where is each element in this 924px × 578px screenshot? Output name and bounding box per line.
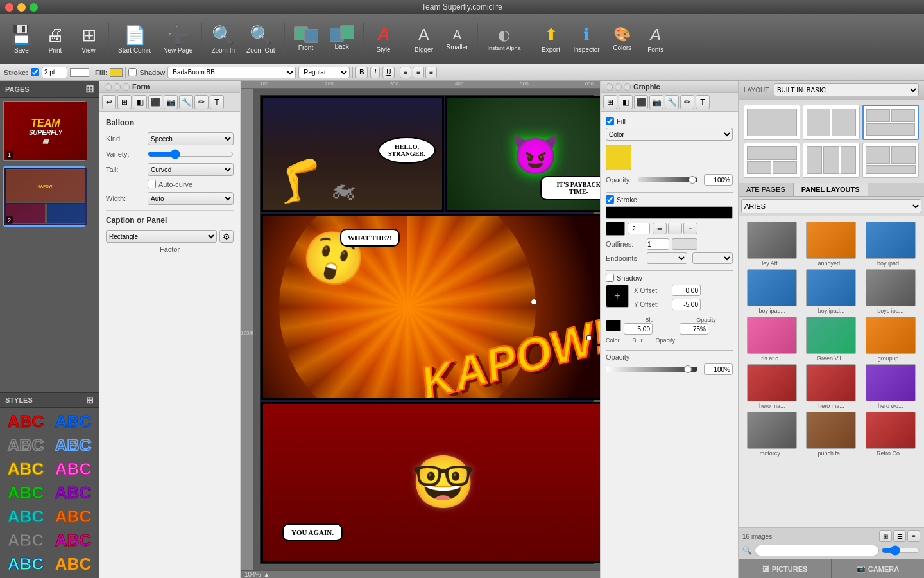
tab-ate-pages[interactable]: ATE PAGES	[739, 183, 794, 196]
auto-curve-checkbox[interactable]	[148, 180, 156, 188]
align-left-button[interactable]: ≡	[400, 67, 411, 78]
panel-close-btn[interactable]	[105, 83, 112, 91]
y-offset-input[interactable]	[672, 299, 701, 310]
panel-min-btn[interactable]	[114, 83, 121, 91]
stroke-color-swatch-2[interactable]	[606, 222, 625, 236]
shadow-checkbox[interactable]	[128, 68, 137, 76]
gtool-6[interactable]: ✏	[680, 95, 694, 109]
grid-view-btn[interactable]: ⊞	[879, 530, 892, 542]
align-center-button[interactable]: ≡	[413, 67, 424, 78]
style-item-11[interactable]: ABC	[3, 529, 49, 552]
photo-item-13[interactable]: motorcy...	[744, 412, 800, 457]
front-button[interactable]: Front	[289, 17, 323, 62]
start-comic-button[interactable]: 📄 Start Comic	[113, 17, 157, 62]
stroke-style-btn-2[interactable]: ─	[668, 223, 682, 234]
fill-color-swatch[interactable]	[110, 68, 123, 77]
layout-option-2[interactable]	[803, 105, 859, 140]
size-slider[interactable]	[882, 545, 920, 556]
canvas-content[interactable]: 🦵 🏍 HELLO, STRANGER. 😈	[253, 89, 600, 570]
photo-item-7[interactable]: rls at c...	[744, 317, 800, 362]
style-item-14[interactable]: ABC	[50, 553, 96, 575]
bigger-button[interactable]: A Bigger	[408, 17, 440, 62]
colors-button[interactable]: 🎨 Colors	[606, 17, 638, 62]
shadow-checkbox-2[interactable]	[606, 274, 614, 282]
opacity-section-input[interactable]	[704, 363, 733, 375]
zoom-out-button[interactable]: 🔍 Zoom Out	[241, 17, 280, 62]
style-item-12[interactable]: ABC	[50, 529, 96, 552]
x-offset-input[interactable]	[672, 285, 701, 296]
gtool-2[interactable]: ◧	[619, 95, 633, 109]
opacity-slider-thumb[interactable]	[689, 176, 696, 184]
endpoints-select-1[interactable]	[647, 252, 687, 264]
opacity-slider-track[interactable]	[638, 177, 697, 182]
caption-settings-button[interactable]: ⚙	[219, 230, 234, 243]
style-button[interactable]: A Style	[368, 17, 400, 62]
fill-color-box[interactable]	[606, 144, 631, 170]
stroke-checkbox-2[interactable]	[606, 195, 614, 204]
photo-item-2[interactable]: annoyed...	[803, 222, 859, 267]
tab-panel-layouts[interactable]: PANEL LAYOUTS	[794, 183, 868, 196]
detail-view-btn[interactable]: ≡	[907, 530, 920, 542]
variety-slider[interactable]	[148, 149, 234, 159]
stroke-checkbox[interactable]	[31, 68, 39, 76]
zoom-in-button[interactable]: 🔍 Zoom In	[206, 17, 240, 62]
list-view-btn[interactable]: ☰	[893, 530, 906, 542]
back-button[interactable]: Back	[325, 17, 359, 62]
layout-select[interactable]: BUILT-IN: BASIC	[774, 83, 919, 96]
style-item-3[interactable]: ABC	[3, 434, 49, 457]
caption-type-select[interactable]: Rectangle	[106, 230, 217, 243]
underline-button[interactable]: U	[382, 67, 395, 78]
layout-option-1[interactable]	[744, 105, 800, 140]
style-item-10[interactable]: ABC	[50, 505, 96, 528]
style-item-13[interactable]: ABC	[3, 553, 49, 575]
stroke-width-input[interactable]	[42, 67, 67, 78]
font-family-select[interactable]: BadaBoom BB	[167, 67, 296, 78]
pages-expand-icon[interactable]: ⊞	[85, 83, 94, 95]
page-thumb-1[interactable]: TEAM SUPERFLY 📰 1	[3, 101, 85, 161]
form-tool-8[interactable]: T	[210, 95, 224, 109]
graphic-max-btn[interactable]	[624, 83, 631, 91]
stroke-width-input-2[interactable]	[628, 223, 650, 234]
save-button[interactable]: 💾 Save	[5, 17, 38, 62]
endpoints-select-2[interactable]	[692, 252, 733, 264]
fill-checkbox[interactable]	[606, 117, 614, 125]
photo-item-5[interactable]: boy ipad...	[803, 269, 859, 314]
graphic-min-btn[interactable]	[615, 83, 622, 91]
style-item-7[interactable]: ABC	[3, 482, 49, 504]
stroke-style-btn-1[interactable]: ═	[653, 223, 667, 234]
print-button[interactable]: 🖨 Print	[39, 17, 71, 62]
instant-alpha-button[interactable]: ◐ Instant Alpha	[482, 17, 527, 62]
align-right-button[interactable]: ≡	[425, 67, 437, 78]
form-tool-2[interactable]: ⊞	[117, 95, 132, 109]
photo-item-11[interactable]: hero ma...	[803, 364, 859, 409]
style-item-9[interactable]: ABC	[3, 505, 49, 528]
kind-select[interactable]: Speech	[148, 132, 234, 145]
library-dropdown[interactable]: ARIES	[741, 199, 921, 213]
photo-item-15[interactable]: Retro Co...	[862, 412, 919, 457]
close-button[interactable]	[5, 3, 13, 12]
gtool-5[interactable]: 🔧	[665, 95, 679, 109]
inspector-button[interactable]: ℹ Inspector	[569, 17, 605, 62]
opacity-input[interactable]	[704, 174, 733, 186]
shadow-opacity-input[interactable]	[680, 323, 708, 335]
photo-item-6[interactable]: boys ipa...	[862, 269, 919, 314]
style-item-6[interactable]: ABC	[50, 458, 96, 480]
maximize-button[interactable]	[30, 3, 38, 12]
form-tool-5[interactable]: 📷	[164, 95, 178, 109]
fill-type-select[interactable]: Color	[606, 128, 733, 141]
outlines-input[interactable]	[647, 238, 669, 250]
form-tool-1[interactable]: ↩	[102, 95, 116, 109]
style-item-2[interactable]: ABC	[50, 410, 96, 433]
shadow-color-swatch[interactable]	[606, 320, 621, 331]
layout-option-4[interactable]	[744, 143, 800, 178]
graphic-close-btn[interactable]	[606, 83, 613, 91]
photo-item-1[interactable]: ley Att...	[744, 222, 800, 267]
photo-search-input[interactable]	[755, 545, 879, 556]
style-item-1[interactable]: ABC	[3, 410, 49, 433]
export-button[interactable]: ⬆ Export	[535, 17, 567, 62]
fonts-button[interactable]: A Fonts	[640, 17, 672, 62]
anchor-point[interactable]	[531, 299, 537, 305]
panel-max-btn[interactable]	[123, 83, 130, 91]
layout-option-5[interactable]	[803, 143, 859, 178]
photo-item-12[interactable]: hero wo...	[862, 364, 919, 409]
